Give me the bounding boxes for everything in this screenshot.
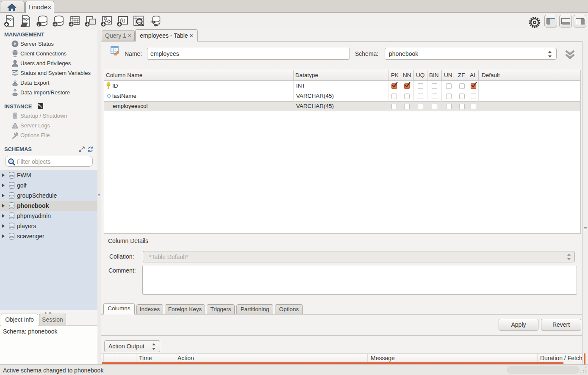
- svg-text:SQL: SQL: [23, 17, 30, 21]
- svg-text:(): (): [122, 18, 125, 23]
- svg-text:i: i: [38, 22, 39, 27]
- svg-text:SQL: SQL: [7, 17, 14, 21]
